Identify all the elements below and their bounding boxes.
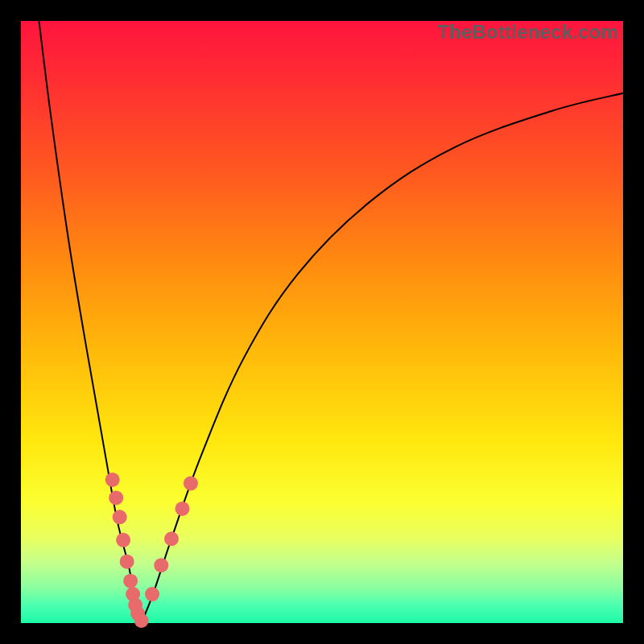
data-marker [113,510,127,524]
data-marker [116,533,130,547]
chart-frame: TheBottleneck.com [0,0,644,644]
data-marker [109,490,123,505]
left-curve [39,21,141,623]
data-marker [164,531,179,546]
right-curve [142,93,623,623]
chart-svg [21,21,623,623]
data-marker [145,587,159,601]
plot-area: TheBottleneck.com [21,21,623,623]
data-marker [134,613,149,628]
data-marker [123,574,138,588]
data-marker [175,502,189,516]
data-marker [120,555,134,569]
marker-group [105,473,198,628]
data-marker [154,558,168,572]
data-marker [184,476,198,490]
data-marker [105,473,120,487]
